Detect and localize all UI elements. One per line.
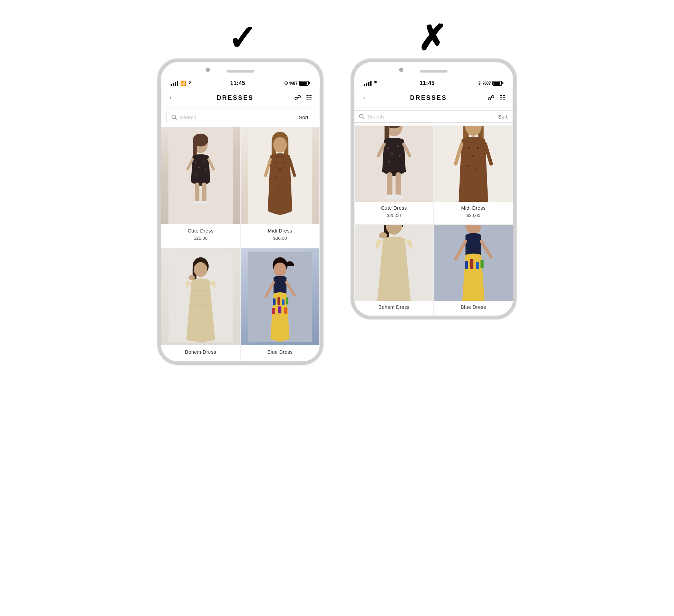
signal-icon-bad — [364, 81, 372, 86]
product-image-blue-good — [241, 248, 319, 345]
product-name-bohem-good: Bohem Dress — [165, 349, 236, 355]
product-image-bohem-good — [161, 248, 240, 345]
status-right-bad: ☉ %87 — [478, 81, 503, 86]
speaker-bar-bad — [420, 70, 447, 73]
page-title-good: DRESSES — [216, 94, 253, 102]
status-bar-good: 📶 𝄢 11:45 ☉ %87 — [161, 78, 320, 88]
product-info-cute-bad: Cute Dress $25,00 — [355, 202, 433, 224]
product-card-midi-good[interactable]: Midi Dress $30,00 — [240, 127, 320, 248]
product-info-bohem-bad: Bohem Dress — [355, 301, 433, 315]
dress-figure-cute-bad — [355, 126, 433, 202]
svg-point-26 — [282, 180, 283, 181]
message-icon-bad[interactable]: ☍ — [488, 94, 494, 102]
svg-point-34 — [189, 275, 195, 280]
svg-rect-42 — [272, 308, 275, 314]
dress-figure-blue — [245, 252, 315, 342]
search-area-bad[interactable]: Search — [354, 111, 492, 122]
product-price-cute-bad: $25,00 — [358, 213, 430, 218]
filter-icon-bad[interactable]: ☷ — [499, 94, 506, 102]
status-time-bad: 11:45 — [420, 80, 434, 86]
product-card-midi-bad[interactable]: Midi Dress $30,00 — [434, 125, 513, 225]
svg-point-21 — [273, 137, 287, 153]
location-icon: ☉ — [284, 81, 288, 86]
svg-rect-85 — [470, 259, 473, 269]
svg-point-73 — [475, 169, 478, 171]
sort-button-good[interactable]: Sort — [293, 112, 314, 123]
svg-rect-40 — [282, 299, 285, 305]
product-price-midi-good: $30,00 — [245, 236, 315, 241]
dress-figure-bohem — [166, 252, 235, 342]
svg-point-23 — [279, 168, 281, 170]
message-icon-good[interactable]: ☍ — [294, 94, 301, 102]
svg-rect-44 — [284, 307, 287, 314]
battery-percent-bad: %87 — [483, 81, 491, 86]
sort-button-bad[interactable]: Sort — [492, 111, 513, 122]
product-card-cute-bad[interactable]: Cute Dress $25,00 — [354, 125, 434, 225]
dress-figure-blue-bad — [434, 225, 513, 301]
svg-point-47 — [359, 114, 363, 118]
svg-point-6 — [195, 162, 196, 163]
product-info-midi-bad: Midi Dress $30,00 — [434, 202, 513, 224]
product-grid-good: Cute Dress $25,00 — [161, 127, 320, 361]
back-button-bad[interactable]: ← — [362, 93, 369, 102]
product-card-cute-good[interactable]: Cute Dress $25,00 — [161, 127, 240, 248]
back-button-good[interactable]: ← — [168, 93, 176, 102]
svg-point-72 — [466, 165, 469, 167]
svg-point-70 — [472, 155, 474, 157]
signal-icon — [171, 81, 178, 86]
svg-point-22 — [275, 162, 277, 163]
svg-rect-14 — [202, 183, 206, 202]
svg-line-1 — [175, 118, 176, 120]
svg-point-27 — [278, 186, 279, 188]
phone-top-hardware-bad — [354, 62, 513, 78]
filter-icon-good[interactable]: ☷ — [306, 94, 312, 102]
search-area-good[interactable]: Search — [167, 111, 293, 123]
svg-point-63 — [394, 195, 403, 199]
product-card-bohem-good[interactable]: Bohem Dress — [161, 248, 240, 361]
app-header-good: ← DRESSES ☍ ☷ — [161, 88, 320, 107]
good-indicator: ✓ — [228, 21, 257, 55]
product-name-bohem-bad: Bohem Dress — [358, 304, 430, 310]
product-card-blue-good[interactable]: Blue Dress — [240, 248, 320, 361]
svg-line-48 — [363, 117, 364, 119]
svg-point-8 — [203, 160, 204, 162]
dress-figure-cute — [166, 127, 235, 224]
status-left: 📶 𝄢 — [171, 80, 191, 86]
svg-rect-60 — [387, 172, 392, 196]
svg-point-10 — [196, 173, 198, 174]
product-name-midi-bad: Midi Dress — [437, 205, 509, 211]
battery-icon-good — [299, 81, 310, 86]
product-name-cute-bad: Cute Dress — [358, 205, 430, 211]
svg-rect-38 — [273, 298, 276, 305]
search-sort-bar-good: Search Sort — [166, 111, 314, 123]
svg-rect-86 — [476, 262, 479, 269]
wifi-symbol-bad: 𝄢 — [374, 80, 377, 86]
status-right-good: ☉ %87 — [284, 81, 310, 86]
search-icon-good — [171, 114, 177, 120]
product-card-blue-bad[interactable]: Blue Dress — [434, 225, 513, 316]
speaker-bar — [227, 70, 254, 73]
svg-rect-41 — [286, 297, 288, 304]
svg-point-62 — [385, 195, 394, 199]
product-info-cute-good: Cute Dress $25,00 — [161, 224, 240, 248]
wifi-symbol: 𝄢 — [188, 80, 191, 86]
search-placeholder-good: Search — [180, 114, 196, 120]
page-title-bad: DRESSES — [410, 94, 447, 102]
battery-icon-bad — [492, 81, 503, 86]
search-icon-bad — [358, 113, 365, 120]
product-info-bohem-good: Bohem Dress — [161, 345, 240, 361]
product-name-midi-good: Midi Dress — [245, 228, 315, 234]
svg-rect-87 — [481, 260, 484, 268]
svg-rect-43 — [278, 306, 281, 313]
product-card-bohem-bad[interactable]: Bohem Dress — [354, 225, 434, 316]
product-grid-bad: Cute Dress $25,00 — [354, 125, 513, 316]
svg-point-7 — [198, 167, 200, 168]
product-name-cute-good: Cute Dress — [165, 228, 236, 234]
dress-figure-bohem-bad — [355, 225, 433, 301]
status-left-bad: 𝄢 — [364, 80, 377, 86]
app-header-bad: ← DRESSES ☍ ☷ — [354, 88, 513, 107]
svg-point-24 — [283, 162, 285, 163]
product-image-cute-good — [161, 127, 240, 224]
svg-rect-39 — [278, 297, 280, 305]
product-price-cute-good: $25,00 — [165, 236, 236, 241]
